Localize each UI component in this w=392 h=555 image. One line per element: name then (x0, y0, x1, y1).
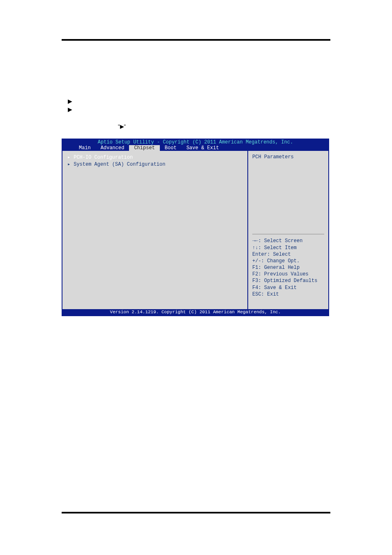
quoted-arrow-text: "▶" (118, 123, 126, 130)
horizontal-rule-top (62, 39, 330, 41)
menu-item-label: System Agent (SA) Configuration (74, 162, 165, 167)
key-hint: →←: Select Screen (252, 238, 324, 244)
bullet-arrow-list: ▶ ▶ (68, 98, 72, 114)
horizontal-rule-bottom (62, 512, 330, 513)
key-hint: F3: Optimized Defaults (252, 278, 324, 284)
bios-title: Aptio Setup Utility - Copyright (C) 2011… (62, 139, 329, 145)
menu-item-system-agent[interactable]: ▸ System Agent (SA) Configuration (67, 161, 242, 167)
keyboard-shortcuts: →←: Select Screen ↑↓: Select Item Enter:… (252, 234, 324, 298)
key-hint: F2: Previous Values (252, 271, 324, 278)
menu-item-label: PCH-IO Configuration (74, 155, 133, 160)
tab-main[interactable]: Main (74, 145, 96, 151)
key-hint: F1: General Help (252, 264, 324, 271)
tab-advanced[interactable]: Advanced (96, 145, 129, 151)
bios-help-panel: PCH Parameters →←: Select Screen ↑↓: Sel… (248, 151, 328, 309)
menu-item-pch-io[interactable]: ▸ PCH-IO Configuration (67, 154, 242, 160)
key-hint: Enter: Select (252, 251, 324, 258)
key-hint: ↑↓: Select Item (252, 245, 324, 251)
bios-tab-bar: Main Advanced Chipset Boot Save & Exit (62, 145, 329, 151)
key-hint: +/-: Change Opt. (252, 258, 324, 264)
play-arrow-icon: ▶ (68, 98, 72, 104)
bios-footer: Version 2.14.1219. Copyright (C) 2011 Am… (62, 309, 329, 316)
key-hint: F4: Save & Exit (252, 284, 324, 291)
submenu-arrow-icon: ▸ (67, 154, 71, 160)
bios-setup-window: Aptio Setup Utility - Copyright (C) 2011… (62, 139, 329, 316)
tab-save-exit[interactable]: Save & Exit (182, 145, 224, 151)
play-arrow-icon: ▶ (68, 106, 72, 113)
bios-header: Aptio Setup Utility - Copyright (C) 2011… (62, 139, 329, 151)
bios-body: ▸ PCH-IO Configuration ▸ System Agent (S… (62, 151, 329, 309)
tab-chipset[interactable]: Chipset (129, 145, 159, 151)
tab-boot[interactable]: Boot (160, 145, 182, 151)
help-description: PCH Parameters (252, 154, 324, 160)
bios-menu-panel: ▸ PCH-IO Configuration ▸ System Agent (S… (62, 151, 248, 309)
key-hint: ESC: Exit (252, 291, 324, 298)
submenu-arrow-icon: ▸ (67, 161, 71, 167)
